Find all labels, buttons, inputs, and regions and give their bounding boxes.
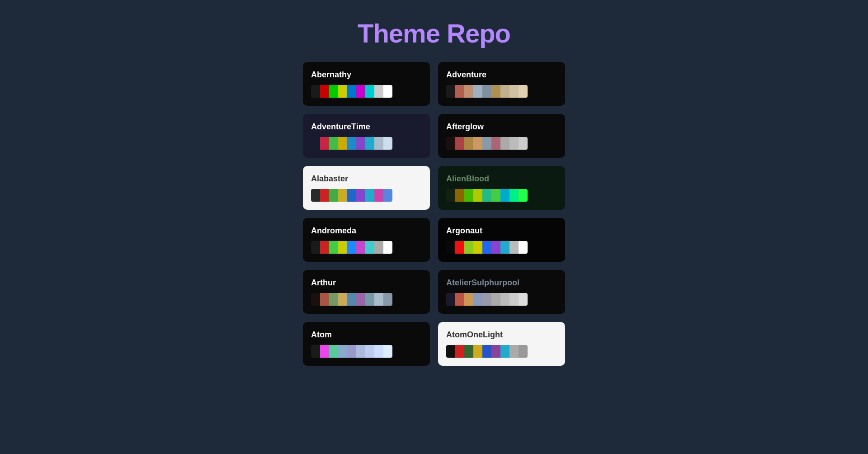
color-swatches: [311, 345, 392, 358]
color-swatch: [482, 345, 491, 358]
color-swatch: [482, 85, 491, 98]
color-swatch: [509, 85, 519, 98]
color-swatch: [500, 85, 509, 98]
color-swatch: [509, 189, 519, 202]
color-swatch: [383, 85, 392, 98]
theme-name: AdventureTime: [311, 122, 422, 132]
color-swatch: [383, 137, 392, 150]
color-swatch: [500, 345, 509, 358]
color-swatch: [455, 241, 464, 254]
color-swatch: [365, 137, 374, 150]
theme-name: Abernathy: [311, 70, 422, 80]
color-swatch: [338, 241, 347, 254]
theme-name: Atom: [311, 330, 422, 340]
color-swatch: [347, 189, 356, 202]
page-title: Theme Repo: [0, 0, 868, 62]
color-swatch: [365, 345, 374, 358]
color-swatch: [329, 241, 338, 254]
color-swatches: [311, 189, 392, 202]
color-swatch: [519, 85, 528, 98]
theme-card[interactable]: Afterglow: [438, 114, 565, 158]
theme-name: Adventure: [446, 70, 557, 80]
color-swatch: [383, 189, 392, 202]
color-swatch: [519, 189, 528, 202]
color-swatch: [347, 345, 356, 358]
color-swatch: [311, 293, 320, 306]
color-swatch: [455, 345, 464, 358]
color-swatch: [519, 241, 528, 254]
color-swatch: [473, 345, 482, 358]
color-swatch: [374, 345, 383, 358]
color-swatch: [519, 293, 528, 306]
color-swatch: [365, 189, 374, 202]
theme-card[interactable]: Abernathy: [303, 62, 430, 106]
color-swatch: [338, 345, 347, 358]
color-swatches: [311, 85, 392, 98]
theme-card[interactable]: Arthur: [303, 270, 430, 314]
color-swatch: [482, 293, 491, 306]
color-swatch: [491, 293, 500, 306]
color-swatch: [311, 85, 320, 98]
color-swatch: [347, 241, 356, 254]
theme-card[interactable]: Andromeda: [303, 218, 430, 262]
color-swatch: [365, 293, 374, 306]
color-swatch: [365, 85, 374, 98]
color-swatch: [464, 345, 473, 358]
color-swatch: [320, 293, 329, 306]
color-swatch: [446, 241, 455, 254]
color-swatch: [356, 241, 365, 254]
color-swatch: [491, 345, 500, 358]
theme-card[interactable]: AdventureTime: [303, 114, 430, 158]
theme-name: AlienBlood: [446, 174, 557, 184]
color-swatches: [446, 241, 528, 254]
color-swatch: [455, 293, 464, 306]
theme-card[interactable]: Adventure: [438, 62, 565, 106]
theme-card[interactable]: AlienBlood: [438, 166, 565, 210]
color-swatch: [311, 137, 320, 150]
color-swatch: [329, 293, 338, 306]
theme-name: Arthur: [311, 278, 422, 288]
color-swatch: [356, 85, 365, 98]
color-swatches: [446, 189, 528, 202]
color-swatch: [329, 137, 338, 150]
color-swatch: [473, 189, 482, 202]
color-swatches: [446, 345, 528, 358]
theme-card[interactable]: Atom: [303, 322, 430, 366]
color-swatch: [338, 85, 347, 98]
color-swatch: [338, 189, 347, 202]
color-swatch: [338, 137, 347, 150]
color-swatch: [320, 189, 329, 202]
color-swatch: [374, 85, 383, 98]
color-swatch: [383, 293, 392, 306]
color-swatch: [446, 345, 455, 358]
color-swatch: [356, 189, 365, 202]
color-swatch: [500, 137, 509, 150]
color-swatch: [464, 189, 473, 202]
color-swatch: [482, 189, 491, 202]
color-swatch: [383, 241, 392, 254]
color-swatch: [347, 85, 356, 98]
color-swatch: [446, 85, 455, 98]
color-swatch: [455, 137, 464, 150]
color-swatch: [356, 137, 365, 150]
color-swatch: [374, 293, 383, 306]
color-swatches: [446, 85, 528, 98]
color-swatch: [500, 241, 509, 254]
color-swatch: [320, 345, 329, 358]
theme-card[interactable]: Alabaster: [303, 166, 430, 210]
color-swatch: [383, 345, 392, 358]
color-swatch: [320, 137, 329, 150]
theme-card[interactable]: Argonaut: [438, 218, 565, 262]
color-swatch: [509, 137, 519, 150]
theme-card[interactable]: AtelierSulphurpool: [438, 270, 565, 314]
theme-card[interactable]: AtomOneLight: [438, 322, 565, 366]
color-swatch: [374, 241, 383, 254]
color-swatches: [311, 137, 392, 150]
theme-grid: AbernathyAdventureAdventureTimeAfterglow…: [294, 62, 574, 384]
color-swatch: [473, 241, 482, 254]
color-swatch: [446, 293, 455, 306]
color-swatch: [329, 85, 338, 98]
color-swatch: [329, 189, 338, 202]
color-swatch: [500, 189, 509, 202]
color-swatch: [356, 345, 365, 358]
